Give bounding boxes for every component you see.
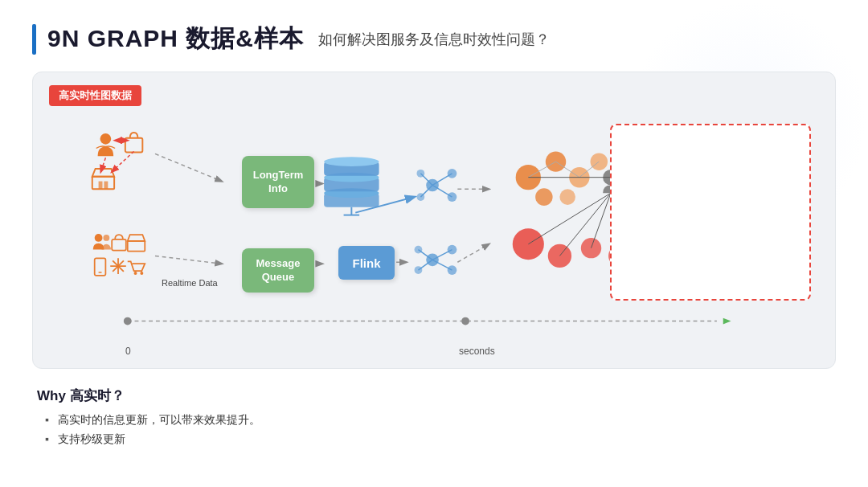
- svg-point-47: [448, 265, 457, 275]
- svg-line-7: [112, 151, 133, 171]
- svg-rect-28: [324, 193, 379, 207]
- svg-rect-13: [95, 258, 106, 276]
- svg-marker-84: [723, 318, 731, 325]
- svg-line-44: [420, 185, 432, 197]
- svg-line-50: [432, 250, 452, 260]
- page-title: 9N GRAPH 数据&样本: [47, 23, 304, 55]
- svg-point-36: [426, 179, 439, 192]
- longterm-info-box: LongTerm Info: [242, 156, 314, 208]
- svg-point-9: [95, 234, 103, 242]
- svg-point-59: [559, 189, 575, 205]
- diagram-container: 高实时性图数据: [32, 72, 836, 369]
- svg-line-75: [528, 193, 611, 244]
- bottom-section: Why 高实时？ 高实时的信息更新，可以带来效果提升。 支持秒级更新: [32, 383, 836, 455]
- svg-point-33: [324, 157, 379, 166]
- svg-point-31: [324, 173, 379, 182]
- svg-line-8: [155, 153, 222, 181]
- message-queue-box: MessageQueue: [242, 248, 314, 293]
- timeline-zero-label: 0: [125, 346, 131, 357]
- svg-point-0: [100, 133, 112, 145]
- svg-line-51: [432, 260, 452, 270]
- svg-point-65: [513, 228, 544, 260]
- why-title: Why 高实时？: [37, 387, 831, 405]
- svg-point-54: [516, 165, 541, 190]
- svg-rect-4: [104, 182, 108, 190]
- svg-rect-1: [125, 138, 143, 153]
- svg-line-27: [457, 244, 489, 262]
- svg-line-72: [579, 162, 599, 178]
- svg-point-49: [415, 266, 423, 274]
- svg-rect-32: [324, 162, 379, 176]
- svg-point-58: [535, 188, 553, 206]
- header-accent-bar: [32, 24, 36, 55]
- message-queue-label: MessageQueue: [256, 257, 301, 284]
- svg-rect-3: [99, 182, 103, 190]
- svg-line-17: [113, 260, 124, 272]
- svg-point-55: [546, 151, 566, 171]
- svg-point-66: [548, 244, 571, 268]
- svg-line-71: [556, 162, 579, 178]
- svg-point-86: [461, 317, 469, 325]
- page-subtitle: 如何解决图服务及信息时效性问题？: [318, 30, 550, 49]
- page: 9N GRAPH 数据&样本 如何解决图服务及信息时效性问题？ 高实时性图数据: [0, 0, 868, 471]
- svg-point-37: [448, 169, 457, 178]
- bullet-item-2: 支持秒级更新: [45, 432, 831, 447]
- bullet-item-1: 高实时的信息更新，可以带来效果提升。: [45, 413, 831, 428]
- header: 9N GRAPH 数据&样本 如何解决图服务及信息时效性问题？: [32, 23, 836, 55]
- svg-line-76: [559, 193, 611, 256]
- svg-point-40: [416, 193, 424, 201]
- svg-line-70: [528, 162, 555, 178]
- svg-point-39: [416, 170, 424, 178]
- svg-line-43: [420, 174, 432, 186]
- svg-point-46: [448, 245, 457, 255]
- svg-line-41: [432, 174, 452, 186]
- svg-rect-2: [92, 177, 114, 190]
- svg-point-19: [134, 272, 137, 275]
- svg-point-29: [324, 188, 379, 198]
- svg-point-48: [415, 246, 423, 254]
- svg-point-56: [569, 167, 589, 187]
- svg-rect-30: [324, 178, 379, 192]
- svg-point-20: [140, 272, 143, 275]
- svg-line-42: [432, 185, 452, 197]
- svg-point-10: [103, 235, 109, 241]
- svg-line-77: [592, 193, 611, 248]
- svg-point-57: [591, 153, 608, 170]
- svg-point-85: [124, 317, 132, 325]
- svg-point-38: [448, 192, 457, 202]
- svg-line-6: [101, 158, 106, 172]
- right-knowledge-graph: [610, 124, 811, 301]
- diagram-area: LongTerm Info MessageQueue Flink Realtim…: [49, 116, 819, 357]
- svg-line-18: [113, 260, 124, 272]
- realtime-badge: 高实时性图数据: [49, 85, 141, 106]
- svg-line-21: [155, 256, 222, 264]
- svg-rect-12: [128, 241, 145, 252]
- svg-point-67: [581, 238, 601, 258]
- timeline-seconds-label: seconds: [459, 346, 495, 357]
- svg-point-45: [426, 254, 439, 267]
- bullet-list: 高实时的信息更新，可以带来效果提升。 支持秒级更新: [37, 413, 831, 447]
- svg-rect-11: [112, 239, 126, 251]
- longterm-info-label: LongTerm Info: [242, 169, 314, 196]
- flink-label: Flink: [352, 256, 380, 270]
- svg-line-23: [355, 197, 414, 213]
- svg-line-52: [418, 250, 432, 260]
- flink-box: Flink: [338, 246, 395, 280]
- realtime-data-label: Realtime Data: [162, 278, 218, 288]
- svg-line-53: [418, 260, 432, 270]
